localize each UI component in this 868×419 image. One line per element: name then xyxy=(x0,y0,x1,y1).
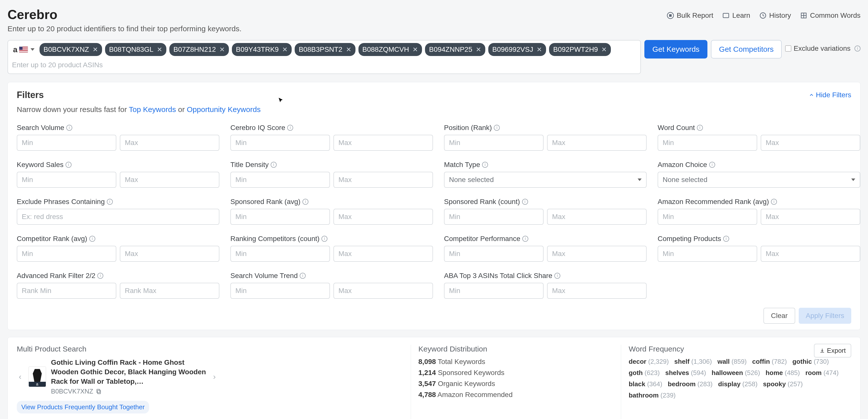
info-icon[interactable]: i xyxy=(771,199,777,205)
remove-tag-icon[interactable]: ✕ xyxy=(476,46,481,54)
position-rank-min[interactable] xyxy=(444,135,544,151)
next-product-button[interactable]: › xyxy=(211,372,218,381)
adv-rank-2-rank-max[interactable] xyxy=(120,283,219,299)
wf-item[interactable]: gothic (730) xyxy=(793,358,829,365)
word-count-min[interactable] xyxy=(658,135,757,151)
competing-products-min[interactable] xyxy=(658,246,757,262)
info-icon[interactable]: i xyxy=(321,236,328,242)
info-icon[interactable]: i xyxy=(709,162,715,168)
search-volume-trend-min[interactable] xyxy=(230,283,330,299)
wf-item[interactable]: decor (2,329) xyxy=(629,358,669,365)
info-icon[interactable]: i xyxy=(107,199,113,205)
wf-item[interactable]: home (485) xyxy=(766,369,800,377)
remove-tag-icon[interactable]: ✕ xyxy=(346,46,351,54)
competing-products-max[interactable] xyxy=(761,246,860,262)
info-icon[interactable]: i xyxy=(89,236,95,242)
wf-item[interactable]: coffin (782) xyxy=(752,358,787,365)
remove-tag-icon[interactable]: ✕ xyxy=(93,46,98,54)
asin-input-box[interactable]: a B0BCVK7XNZ✕ B08TQN83GL✕ B07Z8HN212✕ B0… xyxy=(7,40,641,74)
wf-item[interactable]: goth (623) xyxy=(629,369,660,377)
product-title[interactable]: Gothic Living Coffin Rack - Home Ghost W… xyxy=(51,358,206,386)
competitor-performance-min[interactable] xyxy=(444,246,544,262)
amazon-rec-rank-avg-min[interactable] xyxy=(658,209,757,225)
wf-item[interactable]: black (364) xyxy=(629,380,662,388)
exclude-phrases-input[interactable] xyxy=(17,209,219,225)
info-icon[interactable]: i xyxy=(697,125,703,131)
wf-item[interactable]: wall (859) xyxy=(717,358,747,365)
info-icon[interactable]: i xyxy=(522,199,528,205)
title-density-min[interactable] xyxy=(230,172,330,188)
info-icon[interactable]: i xyxy=(65,162,71,168)
history-button[interactable]: History xyxy=(759,11,791,20)
bulk-report-button[interactable]: Bulk Report xyxy=(666,11,713,20)
remove-tag-icon[interactable]: ✕ xyxy=(536,46,542,54)
marketplace-select[interactable]: a xyxy=(11,44,36,55)
keyword-sales-max[interactable] xyxy=(120,172,219,188)
remove-tag-icon[interactable]: ✕ xyxy=(219,46,225,54)
top-keywords-link[interactable]: Top Keywords xyxy=(129,105,176,114)
wf-item[interactable]: spooky (257) xyxy=(763,380,803,388)
asin-text-input[interactable] xyxy=(11,59,638,71)
clear-filters-button[interactable]: Clear xyxy=(764,308,795,324)
view-fbt-button[interactable]: View Products Frequently Bought Together xyxy=(17,401,149,414)
info-icon[interactable]: i xyxy=(482,162,488,168)
info-icon[interactable]: i xyxy=(303,199,308,205)
info-icon[interactable]: i xyxy=(522,236,528,242)
amazon-rec-rank-avg-max[interactable] xyxy=(761,209,860,225)
prev-product-button[interactable]: ‹ xyxy=(17,372,24,381)
competitor-rank-avg-min[interactable] xyxy=(17,246,116,262)
get-keywords-button[interactable]: Get Keywords xyxy=(644,40,707,59)
amazon-choice-select[interactable]: None selected xyxy=(658,172,860,188)
remove-tag-icon[interactable]: ✕ xyxy=(282,46,288,54)
ranking-competitors-min[interactable] xyxy=(230,246,330,262)
product-thumbnail[interactable]: a xyxy=(29,366,46,387)
aba-top3-min[interactable] xyxy=(444,283,544,299)
info-icon[interactable]: i xyxy=(97,273,103,279)
copy-icon[interactable] xyxy=(96,388,102,394)
wf-item[interactable]: display (258) xyxy=(718,380,758,388)
competitor-performance-max[interactable] xyxy=(547,246,647,262)
apply-filters-button[interactable]: Apply Filters xyxy=(799,308,851,324)
wf-item[interactable]: halloween (526) xyxy=(712,369,760,377)
sponsored-rank-count-max[interactable] xyxy=(547,209,647,225)
search-volume-trend-max[interactable] xyxy=(334,283,433,299)
exclude-variations-checkbox[interactable]: Exclude variations i xyxy=(785,40,861,53)
info-icon[interactable]: i xyxy=(287,125,293,131)
info-icon[interactable]: i xyxy=(300,273,306,279)
export-button[interactable]: Export xyxy=(814,344,851,357)
info-icon[interactable]: i xyxy=(554,273,560,279)
hide-filters-toggle[interactable]: Hide Filters xyxy=(809,91,851,99)
keyword-sales-min[interactable] xyxy=(17,172,116,188)
wf-item[interactable]: shelves (594) xyxy=(665,369,706,377)
search-volume-min[interactable] xyxy=(17,135,116,151)
remove-tag-icon[interactable]: ✕ xyxy=(157,46,162,54)
wf-item[interactable]: room (474) xyxy=(805,369,839,377)
position-rank-max[interactable] xyxy=(547,135,647,151)
sponsored-rank-avg-min[interactable] xyxy=(230,209,330,225)
opportunity-keywords-link[interactable]: Opportunity Keywords xyxy=(187,105,261,114)
get-competitors-button[interactable]: Get Competitors xyxy=(711,40,781,59)
info-icon[interactable]: i xyxy=(494,125,500,131)
wf-item[interactable]: shelf (1,306) xyxy=(674,358,712,365)
competitor-rank-avg-max[interactable] xyxy=(120,246,219,262)
info-icon[interactable]: i xyxy=(66,125,72,131)
learn-button[interactable]: Learn xyxy=(722,11,750,20)
wf-item[interactable]: bathroom (239) xyxy=(629,391,676,399)
remove-tag-icon[interactable]: ✕ xyxy=(601,46,607,54)
remove-tag-icon[interactable]: ✕ xyxy=(412,46,418,54)
sponsored-rank-count-min[interactable] xyxy=(444,209,544,225)
wf-item[interactable]: bedroom (283) xyxy=(668,380,713,388)
exclude-variations-input[interactable] xyxy=(785,45,791,52)
common-words-button[interactable]: Common Words xyxy=(800,11,861,20)
info-icon[interactable]: i xyxy=(271,162,277,168)
match-type-select[interactable]: None selected xyxy=(444,172,647,188)
aba-top3-max[interactable] xyxy=(547,283,647,299)
title-density-max[interactable] xyxy=(334,172,433,188)
adv-rank-2-rank-min[interactable] xyxy=(17,283,116,299)
sponsored-rank-avg-max[interactable] xyxy=(334,209,433,225)
word-count-max[interactable] xyxy=(761,135,860,151)
ranking-competitors-max[interactable] xyxy=(334,246,433,262)
search-volume-max[interactable] xyxy=(120,135,219,151)
cerebro-iq-min[interactable] xyxy=(230,135,330,151)
cerebro-iq-max[interactable] xyxy=(334,135,433,151)
